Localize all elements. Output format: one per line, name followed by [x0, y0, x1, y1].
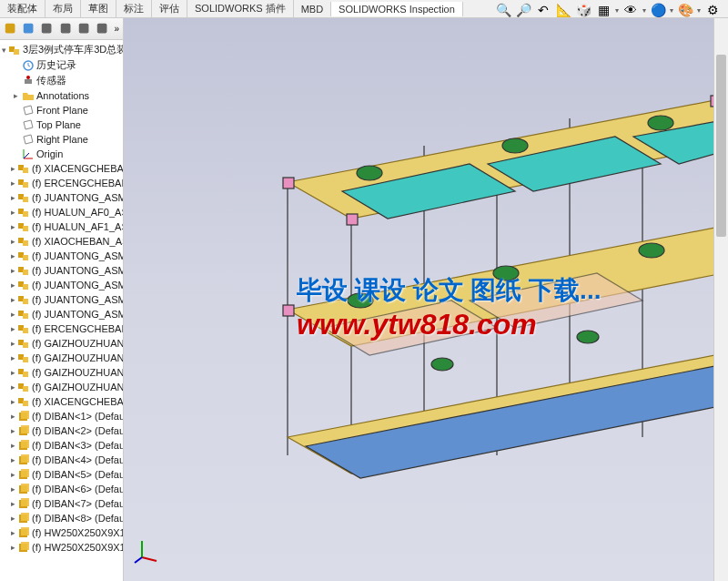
collapse-icon[interactable]: ▾: [2, 46, 6, 55]
tree-item[interactable]: ▸(f) XIACENGCHEBAN_: [0, 161, 123, 176]
tree-item[interactable]: ▸(f) DIBAN<2> (Defaul: [0, 423, 123, 438]
tree-item[interactable]: ▸(f) HUALUN_AF1_ASM: [0, 219, 123, 234]
tab-5[interactable]: SOLIDWORKS 插件: [187, 0, 294, 17]
tree-item[interactable]: ▸(f) HUALUN_AF0_ASM: [0, 205, 123, 219]
tree-item[interactable]: ▸(f) DIBAN<1> (Defaul: [0, 409, 123, 423]
tree-item[interactable]: Front Plane: [0, 103, 123, 117]
expand-icon[interactable]: ▸: [11, 499, 15, 508]
expand-icon[interactable]: ▸: [11, 543, 15, 552]
expand-icon[interactable]: ▸: [11, 237, 15, 246]
tree-item[interactable]: ▸(f) GAIZHOUZHUANG: [0, 351, 123, 365]
tree-item[interactable]: 传感器: [0, 73, 123, 88]
more-tabs-icon[interactable]: »: [114, 24, 119, 34]
expand-icon[interactable]: ▸: [11, 455, 15, 464]
tree-item[interactable]: ▸(f) JUANTONG_ASM-1: [0, 249, 123, 263]
expand-icon[interactable]: ▸: [11, 382, 15, 392]
cam-icon[interactable]: [96, 22, 108, 36]
expand-icon[interactable]: ▸: [11, 208, 15, 217]
tab-2[interactable]: 草图: [81, 0, 116, 17]
expand-icon[interactable]: ▸: [11, 193, 15, 202]
expand-icon[interactable]: ▸: [11, 222, 15, 231]
tree-item[interactable]: ▸(f) JUANTONG_ASM<: [0, 190, 123, 205]
tree-item[interactable]: ▸(f) XIACENGCHEBAN_: [0, 394, 123, 409]
expand-icon[interactable]: ▸: [11, 412, 15, 421]
scene-icon[interactable]: 🎨: [677, 2, 693, 18]
expand-icon[interactable]: ▸: [11, 470, 15, 479]
expand-icon[interactable]: ▸: [11, 310, 15, 319]
tree-item-label: (f) GAIZHOUZHUANG: [32, 352, 123, 363]
config-manager-icon[interactable]: [40, 22, 53, 36]
tree-item[interactable]: ▸(f) DIBAN<4> (Defaul: [0, 453, 123, 467]
tab-1[interactable]: 布局: [46, 0, 81, 17]
tree-item[interactable]: ▸(f) JUANTONG_ASM-4: [0, 292, 123, 307]
expand-icon[interactable]: ▸: [11, 514, 15, 523]
expand-icon[interactable]: ▸: [11, 397, 15, 406]
appearance-icon[interactable]: 🔵: [650, 2, 666, 18]
tab-4[interactable]: 评估: [152, 0, 187, 17]
tree-item[interactable]: ▸(f) HW250X250X9X14: [0, 525, 123, 540]
expand-icon[interactable]: ▸: [11, 251, 15, 260]
tree-item[interactable]: ▸(f) DIBAN<7> (Defaul: [0, 496, 123, 511]
tree-item[interactable]: ▸(f) JUANTONG_ASM-5: [0, 307, 123, 321]
display-manager-icon[interactable]: [77, 22, 90, 36]
expand-icon[interactable]: ▸: [11, 178, 15, 188]
tab-0[interactable]: 装配体: [0, 0, 46, 17]
tree-item[interactable]: ▸(f) DIBAN<6> (Defaul: [0, 482, 123, 496]
expand-icon[interactable]: ▸: [11, 339, 15, 348]
tree-item[interactable]: ▸(f) DIBAN<5> (Defaul: [0, 467, 123, 482]
tree-item[interactable]: Top Plane: [0, 117, 123, 132]
hide-show-icon[interactable]: 👁: [622, 2, 639, 18]
expand-icon[interactable]: ▸: [11, 426, 15, 435]
tree-item[interactable]: ▸(f) XIAOCHEBAN_ASM: [0, 234, 123, 249]
tree-item[interactable]: Right Plane: [0, 132, 123, 147]
expand-icon[interactable]: ▸: [11, 266, 15, 275]
tree-item[interactable]: ▸Annotations: [0, 88, 123, 103]
scroll-thumb[interactable]: [716, 55, 726, 237]
feature-manager-icon[interactable]: [4, 22, 16, 36]
assembly-icon: [8, 44, 21, 56]
tree-item[interactable]: ▸(f) JUANTONG_ASM-3: [0, 278, 123, 292]
tree-item[interactable]: ▸(f) GAIZHOUZHUANG: [0, 365, 123, 380]
view-orient-icon[interactable]: 🎲: [575, 2, 592, 18]
expand-icon[interactable]: ▸: [11, 353, 15, 362]
tree-item[interactable]: 历史记录: [0, 57, 123, 73]
tree-item[interactable]: ▸(f) JUANTONG_ASM-2: [0, 263, 123, 278]
expand-icon[interactable]: ▸: [11, 91, 20, 100]
expand-icon[interactable]: ▸: [11, 280, 15, 290]
dropdown-icon[interactable]: ▾: [642, 6, 646, 15]
zoom-fit-icon[interactable]: 🔍: [495, 2, 511, 18]
expand-icon[interactable]: ▸: [11, 528, 15, 537]
model-3d: [260, 73, 728, 492]
zoom-area-icon[interactable]: 🔎: [515, 2, 531, 18]
tree-item[interactable]: ▸(f) GAIZHOUZHUANG: [0, 380, 123, 394]
section-icon[interactable]: 📐: [555, 2, 571, 18]
expand-icon[interactable]: ▸: [11, 295, 15, 304]
tree-item[interactable]: ▸(f) DIBAN<3> (Defaul: [0, 438, 123, 453]
tab-7[interactable]: SOLIDWORKS Inspection: [331, 2, 463, 16]
graphics-viewport[interactable]: 毕设 课设 论文 图纸 下载... www.ytw818.com: [124, 18, 728, 581]
expand-icon[interactable]: ▸: [11, 324, 15, 333]
tree-root[interactable]: ▾ 3层3例式停车库3D总装图 (: [0, 42, 123, 57]
tree-item[interactable]: Origin: [0, 147, 123, 161]
view-settings-icon[interactable]: ⚙: [704, 2, 721, 18]
display-style-icon[interactable]: ▦: [595, 2, 612, 18]
expand-icon[interactable]: ▸: [11, 164, 15, 173]
tab-6[interactable]: MBD: [294, 2, 331, 16]
property-manager-icon[interactable]: [22, 22, 35, 36]
tree-item[interactable]: ▸(f) HW250X250X9X14: [0, 540, 123, 555]
tree-item[interactable]: ▸(f) ERCENGCHEBAN_A: [0, 321, 123, 336]
prev-view-icon[interactable]: ↶: [535, 2, 551, 18]
dimxpert-icon[interactable]: [59, 22, 72, 36]
dropdown-icon[interactable]: ▾: [697, 6, 701, 15]
orientation-triad[interactable]: [133, 537, 160, 565]
expand-icon[interactable]: ▸: [11, 484, 15, 494]
expand-icon[interactable]: ▸: [11, 368, 15, 377]
expand-icon[interactable]: ▸: [11, 441, 15, 450]
tree-item[interactable]: ▸(f) GAIZHOUZHUANG: [0, 336, 123, 351]
vertical-scrollbar[interactable]: [713, 18, 728, 581]
dropdown-icon[interactable]: ▾: [670, 6, 673, 15]
tree-item[interactable]: ▸(f) DIBAN<8> (Defaul: [0, 511, 123, 525]
dropdown-icon[interactable]: ▾: [615, 6, 619, 15]
tab-3[interactable]: 标注: [116, 0, 152, 17]
tree-item[interactable]: ▸(f) ERCENGCHEBAN_A: [0, 176, 123, 190]
